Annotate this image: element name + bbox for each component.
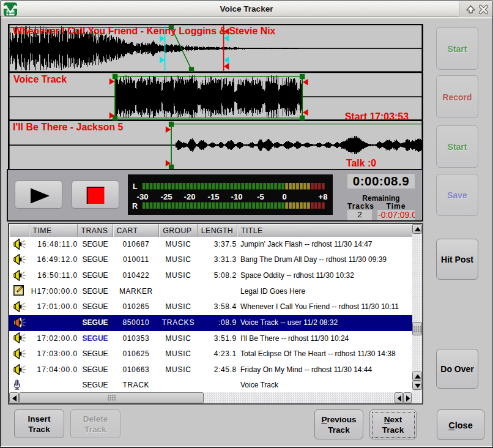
svg-text:-20: -20 <box>184 192 196 201</box>
svg-text:I'll Be There - Jackson 5: I'll Be There - Jackson 5 <box>13 122 124 132</box>
svg-text:-30: -30 <box>137 192 149 201</box>
svg-text:R: R <box>132 202 138 211</box>
svg-text:L: L <box>133 182 138 191</box>
svg-text:0: 0 <box>282 192 286 201</box>
svg-text:-15: -15 <box>208 192 220 201</box>
svg-text:Voice Track: Voice Track <box>13 74 67 84</box>
svg-text:+8: +8 <box>319 192 328 201</box>
svg-text:Start 17:03:53: Start 17:03:53 <box>345 111 409 122</box>
svg-text:-10: -10 <box>231 192 243 201</box>
svg-text:-25: -25 <box>161 192 172 201</box>
svg-text:Whenever I Call You Friend - K: Whenever I Call You Friend - Kenny Loggi… <box>13 26 276 36</box>
svg-text:Talk :0: Talk :0 <box>346 158 376 168</box>
svg-text:-5: -5 <box>257 192 264 201</box>
